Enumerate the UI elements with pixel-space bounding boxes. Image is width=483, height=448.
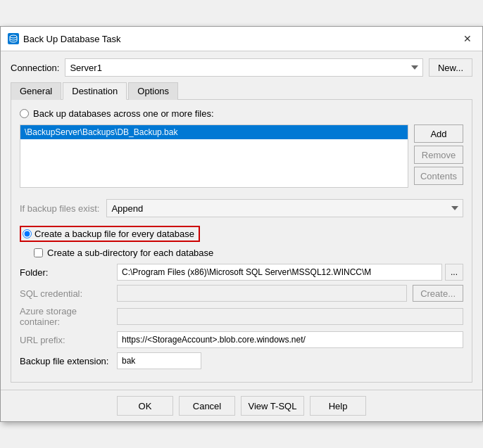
folder-row: Folder: ... [20,264,463,281]
subdirectory-checkbox[interactable] [34,248,43,257]
files-section: \BackupServer\Backups\DB_Backup.bak Add … [20,124,463,188]
ok-button[interactable]: OK [117,396,173,416]
backup-across-row: Back up databases across one or more fil… [20,108,463,119]
view-tsql-button[interactable]: View T-SQL [241,396,304,416]
svg-point-0 [10,35,17,38]
folder-input[interactable] [117,264,442,281]
files-buttons: Add Remove Contents [414,124,463,188]
connection-select[interactable]: Server1 [65,58,422,77]
sql-credential-select [117,285,407,302]
create-credential-button: Create... [413,285,463,302]
backup-across-radio[interactable] [20,109,29,118]
azure-storage-input [117,308,463,325]
create-backup-highlighted: Create a backup file for every database [20,226,200,242]
connection-row: Connection: Server1 New... [11,58,472,77]
database-icon [8,33,19,44]
browse-button[interactable]: ... [445,264,463,281]
dialog-window: Back Up Database Task ✕ Connection: Serv… [0,26,483,422]
tab-general[interactable]: General [11,82,61,100]
backup-ext-label: Backup file extension: [20,356,111,366]
url-prefix-row: URL prefix: [20,331,463,348]
create-backup-label: Create a backup file for every database [34,229,194,239]
connection-label: Connection: [11,63,59,73]
sql-credential-row: SQL credential: Create... [20,285,463,302]
azure-storage-label: Azure storage container: [20,306,111,327]
title-bar-left: Back Up Database Task [8,33,121,44]
add-button[interactable]: Add [414,124,463,143]
folder-input-group: ... [117,264,463,281]
dialog-body: Connection: Server1 New... General Desti… [1,51,482,390]
folder-label: Folder: [20,267,111,278]
title-bar: Back Up Database Task ✕ [1,27,482,51]
create-backup-radio[interactable] [23,229,32,238]
create-backup-row: Create a backup file for every database [20,226,463,242]
remove-button: Remove [414,146,463,164]
azure-storage-row: Azure storage container: [20,306,463,327]
backup-across-label: Back up databases across one or more fil… [33,108,214,119]
help-button[interactable]: Help [310,396,366,416]
backup-ext-input[interactable] [117,352,201,369]
tabs-row: General Destination Options [11,82,472,100]
cancel-button[interactable]: Cancel [179,396,235,416]
files-list-item[interactable]: \BackupServer\Backups\DB_Backup.bak [20,125,408,139]
if-backup-select: Append [106,199,463,217]
if-backup-row: If backup files exist: Append [20,195,463,222]
tab-content-destination: Back up databases across one or more fil… [11,99,472,383]
subdirectory-row: Create a sub-directory for each database [34,248,463,258]
tab-options[interactable]: Options [128,82,178,100]
new-connection-button[interactable]: New... [429,58,472,77]
tab-destination[interactable]: Destination [63,82,127,100]
files-list: \BackupServer\Backups\DB_Backup.bak [20,124,408,188]
contents-button: Contents [414,167,463,185]
backup-ext-row: Backup file extension: [20,352,463,369]
close-button[interactable]: ✕ [460,31,475,46]
if-backup-label: If backup files exist: [20,203,99,214]
subdirectory-label: Create a sub-directory for each database [47,248,213,258]
url-prefix-label: URL prefix: [20,335,111,345]
url-prefix-input [117,331,463,348]
sql-credential-label: SQL credential: [20,288,111,299]
title-text: Back Up Database Task [23,34,121,44]
dialog-footer: OK Cancel View T-SQL Help [1,390,482,421]
